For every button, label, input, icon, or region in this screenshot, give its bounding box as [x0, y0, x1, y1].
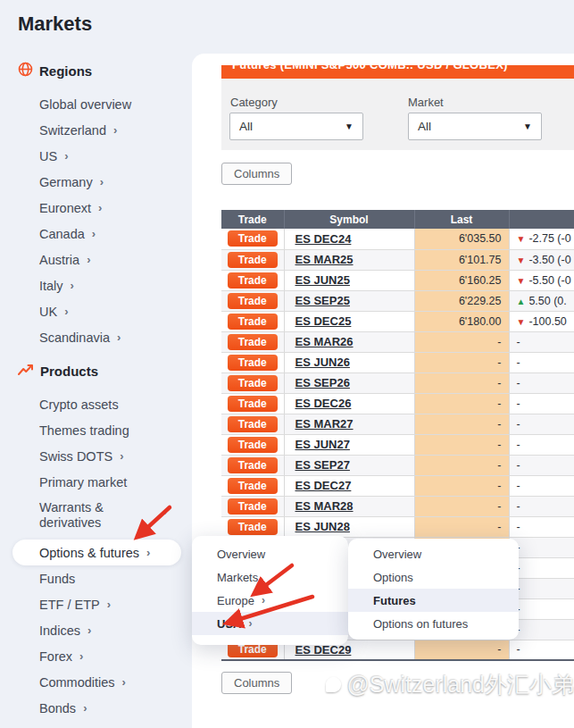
trade-button[interactable]: Trade: [228, 334, 278, 350]
menu-item-usa[interactable]: USA›: [192, 612, 348, 635]
trade-button[interactable]: Trade: [228, 230, 278, 247]
sidebar-item-funds[interactable]: Funds: [0, 565, 192, 591]
submenu-item-options[interactable]: Options: [348, 565, 519, 589]
submenu-item-futures[interactable]: Futures: [348, 589, 519, 612]
submenu-item-overview[interactable]: Overview: [348, 542, 519, 565]
trade-cell: Trade: [221, 270, 284, 290]
columns-button-bottom[interactable]: Columns: [221, 672, 292, 694]
last-price-cell: 6'180.00: [414, 311, 509, 331]
futures-banner: Futures (EMINI S&P500 COMB.: USD / GLOBE…: [221, 65, 574, 79]
sidebar-item-germany[interactable]: Germany›: [0, 169, 192, 195]
sidebar-item-euronext[interactable]: Euronext›: [0, 195, 192, 221]
symbol-link[interactable]: ES SEP27: [295, 458, 350, 472]
sidebar-item-label: Crypto assets: [39, 397, 119, 412]
trade-button[interactable]: Trade: [228, 519, 278, 535]
sidebar-item-label: Euronext: [39, 201, 91, 215]
symbol-link[interactable]: ES DEC27: [295, 479, 352, 492]
sidebar-section-regions[interactable]: Regions: [0, 57, 192, 84]
chevron-right-icon: ›: [248, 617, 252, 630]
trade-button[interactable]: Trade: [228, 252, 278, 268]
submenu-item-options-on-futures[interactable]: Options on futures: [348, 612, 519, 635]
trade-button[interactable]: Trade: [228, 314, 278, 330]
sidebar-item-bonds[interactable]: Bonds›: [0, 695, 192, 721]
sidebar-item-scandinavia[interactable]: Scandinavia›: [0, 324, 192, 350]
symbol-link[interactable]: ES JUN26: [295, 356, 350, 369]
sidebar-item-label: Themes trading: [39, 423, 129, 438]
menu-item-europe[interactable]: Europe›: [192, 589, 348, 612]
last-price-cell: -: [414, 393, 509, 414]
sidebar-item-etf-etp[interactable]: ETF / ETP›: [0, 591, 192, 617]
change-cell: -: [509, 352, 574, 372]
symbol-cell: ES SEP27: [284, 455, 414, 475]
symbol-link[interactable]: ES SEP26: [295, 376, 350, 389]
table-row: TradeES DEC256'180.00▼-100.50: [221, 311, 574, 331]
symbol-link[interactable]: ES JUN25: [295, 273, 350, 287]
sidebar-item-swiss-dots[interactable]: Swiss DOTS›: [0, 443, 192, 469]
sidebar-item-label: Indices: [39, 623, 80, 638]
trade-cell: Trade: [221, 434, 284, 455]
menu-item-label: Markets: [217, 571, 258, 584]
market-select[interactable]: All ▼: [408, 113, 542, 140]
market-label: Market: [408, 96, 444, 109]
change-cell: -: [509, 414, 574, 434]
sidebar-item-themes-trading[interactable]: Themes trading: [0, 417, 192, 443]
last-price-cell: -: [414, 455, 509, 475]
symbol-link[interactable]: ES SEP25: [295, 294, 350, 307]
symbol-link[interactable]: ES MAR25: [295, 253, 354, 266]
symbol-link[interactable]: ES DEC26: [295, 397, 352, 410]
trade-button[interactable]: Trade: [228, 478, 278, 494]
symbol-link[interactable]: ES MAR28: [295, 499, 354, 513]
column-header-symbol: Symbol: [284, 210, 414, 229]
trade-button[interactable]: Trade: [228, 457, 278, 473]
sidebar-item-indices[interactable]: Indices›: [0, 617, 192, 643]
sidebar-item-options-futures[interactable]: Options & futures›: [12, 540, 181, 565]
menu-item-overview[interactable]: Overview: [192, 542, 348, 565]
trade-button[interactable]: Trade: [228, 498, 278, 515]
sidebar-item-us[interactable]: US›: [0, 143, 192, 169]
chevron-down-icon: ▼: [345, 121, 354, 131]
symbol-link[interactable]: ES DEC25: [295, 314, 352, 328]
sidebar-item-primary-market[interactable]: Primary market: [0, 469, 192, 495]
sidebar-section-products[interactable]: Products: [0, 357, 192, 384]
symbol-link[interactable]: ES DEC29: [295, 643, 352, 657]
chevron-down-icon: ▼: [523, 121, 532, 131]
table-row: TradeES JUN26--: [221, 352, 574, 372]
sidebar-item-warrants-derivatives[interactable]: Warrants & derivatives›: [0, 495, 192, 536]
category-select[interactable]: All ▼: [229, 113, 363, 140]
trade-button[interactable]: Trade: [228, 293, 278, 309]
sidebar-item-label: Scandinavia: [39, 331, 110, 345]
symbol-link[interactable]: ES DEC24: [295, 232, 352, 246]
chevron-right-icon: ›: [100, 176, 104, 188]
trade-cell: Trade: [221, 516, 284, 537]
sidebar-item-commodities[interactable]: Commodities›: [0, 669, 192, 695]
sidebar-item-forex[interactable]: Forex›: [0, 643, 192, 669]
sidebar-item-crypto-assets[interactable]: Crypto assets: [0, 391, 192, 417]
trade-button[interactable]: Trade: [228, 355, 278, 371]
symbol-cell: ES MAR25: [284, 249, 414, 270]
symbol-cell: ES MAR27: [284, 414, 414, 434]
chevron-right-icon: ›: [262, 594, 265, 607]
table-row: TradeES MAR28--: [221, 496, 574, 516]
symbol-link[interactable]: ES JUN28: [295, 520, 350, 533]
trade-button[interactable]: Trade: [228, 437, 278, 453]
menu-item-markets[interactable]: Markets: [192, 565, 348, 589]
sidebar-item-uk[interactable]: UK›: [0, 298, 192, 324]
symbol-cell: ES DEC25: [284, 311, 414, 331]
trend-icon: [18, 364, 34, 379]
symbol-link[interactable]: ES MAR27: [295, 417, 354, 431]
sidebar-item-canada[interactable]: Canada›: [0, 221, 192, 247]
trade-button[interactable]: Trade: [228, 416, 278, 432]
filter-bar: Category All ▼ Market All ▼: [221, 79, 574, 150]
sidebar-item-austria[interactable]: Austria›: [0, 247, 192, 272]
sidebar-item-switzerland[interactable]: Switzerland›: [0, 117, 192, 143]
sidebar-item-italy[interactable]: Italy›: [0, 272, 192, 298]
trade-cell: Trade: [221, 290, 284, 311]
trade-button[interactable]: Trade: [228, 375, 278, 391]
trade-button[interactable]: Trade: [228, 272, 278, 289]
symbol-link[interactable]: ES MAR26: [295, 335, 354, 348]
trade-button[interactable]: Trade: [228, 396, 278, 412]
sidebar-item-global-overview[interactable]: Global overview: [0, 91, 192, 117]
symbol-link[interactable]: ES JUN27: [295, 438, 350, 451]
banner-title: Futures (EMINI S&P500 COMB.: USD / GLOBE…: [232, 65, 508, 71]
columns-button-top[interactable]: Columns: [221, 163, 292, 185]
